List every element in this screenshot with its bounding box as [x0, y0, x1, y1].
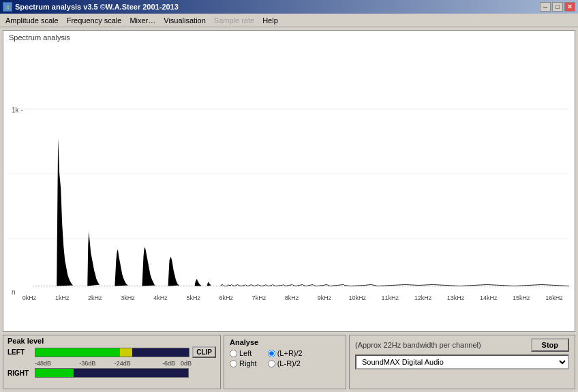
marker-36db: -36dB — [70, 360, 106, 367]
left-radio[interactable] — [230, 350, 237, 357]
spectrum-panel-label: Spectrum analysis — [9, 33, 70, 42]
lmr2-radio[interactable] — [268, 360, 275, 367]
marker-24db: -24dB — [105, 360, 140, 367]
marker-6db: -6dB — [140, 360, 176, 367]
clip-button[interactable]: CLIP — [192, 346, 216, 358]
right-radio[interactable] — [230, 360, 237, 367]
svg-text:1kHz: 1kHz — [55, 294, 70, 301]
svg-text:16kHz: 16kHz — [545, 294, 563, 301]
right-bar-green — [35, 369, 74, 377]
titlebar-left: ♫ Spectrum analysis v3.5 ©W.A.Steer 2001… — [3, 2, 179, 12]
titlebar-controls: ─ □ ✕ — [540, 2, 575, 12]
svg-text:9kHz: 9kHz — [318, 294, 332, 301]
menu-item-sample-rate: Sample rate — [210, 15, 258, 26]
spectrum-chart: 1k - n — [9, 44, 569, 318]
marker-48db: -48dB — [35, 360, 70, 367]
marker-0db: 0dB — [175, 360, 192, 367]
analyse-col-1: Left Right — [230, 349, 257, 367]
menu-item-mixer-[interactable]: Mixer… — [125, 15, 159, 26]
right-channel-label: RIGHT — [7, 370, 32, 377]
svg-text:6kHz: 6kHz — [219, 294, 234, 301]
close-button[interactable]: ✕ — [564, 2, 575, 12]
analyse-options: Left Right (L+R)/2 (L-R)/2 — [230, 349, 340, 367]
svg-text:13kHz: 13kHz — [447, 294, 465, 301]
left-bar-yellow — [120, 348, 132, 357]
svg-text:7kHz: 7kHz — [252, 294, 267, 301]
svg-text:12kHz: 12kHz — [414, 294, 432, 301]
svg-text:14kHz: 14kHz — [480, 294, 498, 301]
analyse-left-option[interactable]: Left — [230, 349, 257, 357]
lmr2-radio-label: (L-R)/2 — [277, 359, 301, 367]
analyse-right-option[interactable]: Right — [230, 359, 257, 367]
right-level-bar — [35, 368, 189, 378]
level-markers: -48dB -36dB -24dB -6dB 0dB — [35, 360, 192, 367]
svg-text:3kHz: 3kHz — [121, 294, 135, 301]
menu-item-help[interactable]: Help — [258, 15, 282, 26]
right-channel-row: RIGHT — [7, 368, 216, 378]
bottom-bar: Peak level LEFT CLIP -48dB -36dB -24dB -… — [3, 335, 575, 389]
svg-text:0kHz: 0kHz — [22, 294, 37, 301]
spectrum-svg: 1k - n — [9, 44, 569, 318]
left-bar-green — [35, 348, 120, 357]
analyse-section: Analyse Left Right (L+R)/2 — [224, 335, 346, 389]
maximize-button[interactable]: □ — [552, 2, 563, 12]
peak-level-title: Peak level — [7, 337, 216, 345]
svg-text:8kHz: 8kHz — [285, 294, 299, 301]
main-content: Spectrum analysis 1k - n — [0, 27, 578, 392]
left-bar-dark — [132, 348, 189, 357]
svg-text:n: n — [12, 288, 16, 296]
left-channel-label: LEFT — [7, 348, 32, 356]
left-radio-label: Left — [239, 349, 252, 357]
svg-text:2kHz: 2kHz — [88, 294, 102, 301]
right-radio-label: Right — [239, 359, 257, 367]
analyse-col-2: (L+R)/2 (L-R)/2 — [268, 349, 303, 367]
lpr2-radio-label: (L+R)/2 — [277, 349, 303, 357]
bandwidth-label: (Approx 22Hz bandwidth per channel) — [355, 341, 481, 349]
menu-item-visualisation[interactable]: Visualisation — [159, 15, 210, 26]
left-channel-row: LEFT CLIP — [7, 346, 216, 358]
svg-text:1k -: 1k - — [12, 106, 23, 114]
analyse-lpr2-option[interactable]: (L+R)/2 — [268, 349, 303, 357]
spectrum-panel: Spectrum analysis 1k - n — [3, 30, 575, 332]
menu-item-frequency-scale[interactable]: Frequency scale — [63, 15, 126, 26]
svg-text:5kHz: 5kHz — [186, 294, 200, 301]
analyse-lmr2-option[interactable]: (L-R)/2 — [268, 359, 303, 367]
device-top: (Approx 22Hz bandwidth per channel) Stop — [355, 338, 569, 352]
lpr2-radio[interactable] — [268, 350, 275, 357]
right-bar-dark — [74, 369, 188, 377]
svg-text:15kHz: 15kHz — [513, 294, 530, 301]
peak-level-section: Peak level LEFT CLIP -48dB -36dB -24dB -… — [3, 335, 221, 389]
analyse-title: Analyse — [230, 338, 340, 346]
svg-text:11kHz: 11kHz — [382, 294, 399, 301]
stop-button[interactable]: Stop — [531, 338, 569, 352]
titlebar-title: Spectrum analysis v3.5 ©W.A.Steer 2001-2… — [15, 3, 179, 11]
device-section: (Approx 22Hz bandwidth per channel) Stop… — [349, 335, 575, 389]
menubar: Amplitude scaleFrequency scaleMixer…Visu… — [0, 14, 578, 27]
minimize-button[interactable]: ─ — [540, 2, 551, 12]
device-select[interactable]: SoundMAX Digital Audio — [355, 355, 569, 370]
svg-text:10kHz: 10kHz — [348, 294, 366, 301]
app-icon: ♫ — [3, 2, 12, 12]
left-level-bar — [35, 348, 189, 357]
menu-item-amplitude-scale[interactable]: Amplitude scale — [1, 15, 63, 26]
svg-text:4kHz: 4kHz — [153, 294, 168, 301]
titlebar: ♫ Spectrum analysis v3.5 ©W.A.Steer 2001… — [0, 0, 578, 14]
